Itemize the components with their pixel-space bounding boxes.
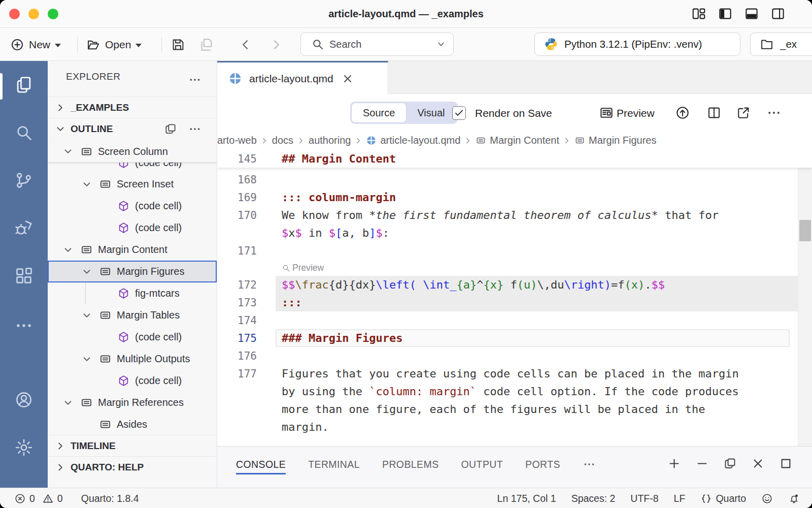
save-button[interactable] <box>171 34 186 55</box>
status-indentation[interactable]: Spaces: 2 <box>571 493 616 504</box>
code-cell-icon <box>117 331 130 343</box>
more-icon[interactable] <box>14 316 33 335</box>
status-quarto-version[interactable]: Quarto: 1.8.4 <box>81 493 139 504</box>
outline-item-screen-column[interactable]: Screen Column <box>48 141 217 163</box>
code-editor[interactable]: 145## Margin Content 168169::: column-ma… <box>217 150 812 446</box>
outline-item-margin-figures[interactable]: Margin Figures <box>48 261 217 282</box>
settings-icon[interactable] <box>14 438 33 457</box>
code-line-169: 169::: column-margin <box>217 188 798 206</box>
sidebar-section-outline[interactable]: OUTLINE <box>48 118 217 139</box>
status-language-mode[interactable]: Quarto <box>700 493 746 504</box>
open-external-icon[interactable] <box>736 105 751 120</box>
breadcrumb-item[interactable]: Margin Figures <box>574 135 656 146</box>
split-panel-icon[interactable] <box>723 457 737 470</box>
outline-item-asides[interactable]: Asides <box>48 414 217 435</box>
render-on-save-checkbox[interactable] <box>452 106 466 120</box>
chevron-down-icon[interactable] <box>81 354 92 365</box>
panel-tab-terminal[interactable]: TERMINAL <box>308 456 360 473</box>
outline-item-margin-references[interactable]: Margin References <box>48 392 217 414</box>
status-encoding[interactable]: UTF-8 <box>630 493 658 504</box>
open-button[interactable]: Open <box>86 34 142 55</box>
more-actions-icon[interactable] <box>188 122 201 136</box>
outline-item--code-cell-[interactable]: (code cell) <box>48 326 217 348</box>
split-editor-icon[interactable] <box>706 105 722 120</box>
new-button[interactable]: New <box>10 34 61 55</box>
breadcrumb-item[interactable]: authoring <box>309 135 351 146</box>
global-search-box[interactable]: Search <box>300 33 454 56</box>
status-notifications[interactable] <box>788 493 800 504</box>
more-actions-icon[interactable] <box>766 105 782 120</box>
render-document-icon[interactable] <box>675 105 690 120</box>
section-icon <box>99 418 112 431</box>
close-panel-icon[interactable] <box>751 457 765 470</box>
outline-item--code-cell-[interactable]: (code cell) <box>48 195 217 217</box>
status-bar: 00Quarto: 1.8.4 Ln 175, Col 1Spaces: 2UT… <box>0 488 812 508</box>
customize-layout-icon[interactable] <box>691 6 706 21</box>
breadcrumb-item[interactable]: arto-web <box>217 135 257 146</box>
outline-item--code-cell-[interactable]: (code cell) <box>48 370 217 392</box>
outline-item-margin-content[interactable]: Margin Content <box>48 239 217 261</box>
plus-icon[interactable] <box>667 457 681 470</box>
status-cursor-position[interactable]: Ln 175, Col 1 <box>497 493 556 504</box>
outline-item--code-cell-[interactable]: (code cell) <box>48 217 217 239</box>
scrollbar-thumb[interactable] <box>799 220 811 241</box>
sidebar-section-examples[interactable]: _EXAMPLES <box>48 97 217 118</box>
outline-item-screen-inset[interactable]: Screen Inset <box>48 173 217 195</box>
chevron-down-icon[interactable] <box>62 244 74 256</box>
status-problems-errors[interactable]: 0 <box>14 493 35 504</box>
outline-item-fig-mtcars[interactable]: fig-mtcars <box>48 282 217 304</box>
explorer-icon[interactable] <box>14 75 33 94</box>
account-icon[interactable] <box>14 390 33 409</box>
chevron-down-icon[interactable] <box>62 397 74 408</box>
interpreter-selector-button[interactable]: Python 3.12.1 (PipEnv: .venv) <box>534 33 740 56</box>
chevron-down-icon[interactable] <box>81 179 92 190</box>
editor-tab-article-layout[interactable]: article-layout.qmd <box>217 61 388 94</box>
panel-more-tabs-icon[interactable] <box>583 458 596 471</box>
minimize-panel-icon[interactable] <box>695 457 709 470</box>
outline-item-margin-tables[interactable]: Margin Tables <box>48 304 217 326</box>
panel-tab-console[interactable]: CONSOLE <box>236 456 286 473</box>
preview-label[interactable]: Preview <box>617 107 655 119</box>
toggle-right-sidebar-icon[interactable] <box>770 6 786 21</box>
chevron-right-icon <box>269 38 283 52</box>
sidebar-section-quarto-help[interactable]: QUARTO: HELP <box>48 456 217 478</box>
outline-item-label: Margin Tables <box>117 309 180 321</box>
toggle-left-sidebar-icon[interactable] <box>718 6 733 21</box>
status-problems-warnings[interactable]: 0 <box>42 493 63 504</box>
navigate-back-button[interactable] <box>239 34 253 55</box>
breadcrumb-item[interactable]: docs <box>272 135 293 146</box>
search-icon[interactable] <box>14 123 33 142</box>
chevron-down-icon[interactable] <box>81 310 92 321</box>
sidebar-section-timeline[interactable]: TIMELINE <box>48 435 217 456</box>
editor-scrollbar[interactable] <box>798 150 812 446</box>
status-eol[interactable]: LF <box>674 493 686 504</box>
breadcrumb-item[interactable]: article-layout.qmd <box>366 135 460 146</box>
chevron-left-icon <box>239 38 253 52</box>
chevron-down-icon <box>55 123 66 135</box>
outline-item-multiple-outputs[interactable]: Multiple Outputs <box>48 348 217 370</box>
workspace-button[interactable]: _ex <box>750 33 812 56</box>
extensions-icon[interactable] <box>14 266 33 285</box>
chevron-down-icon[interactable] <box>81 266 92 277</box>
collapse-all-icon[interactable] <box>164 122 177 136</box>
close-tab-icon[interactable] <box>342 73 354 85</box>
panel-tab-ports[interactable]: PORTS <box>525 456 560 473</box>
run-debug-icon[interactable] <box>14 218 33 238</box>
maximize-panel-icon[interactable] <box>779 457 793 470</box>
preview-icon[interactable] <box>599 105 614 120</box>
visual-mode-button[interactable]: Visual <box>406 103 456 122</box>
navigate-forward-button[interactable] <box>269 34 283 55</box>
chevron-down-icon[interactable] <box>62 146 74 157</box>
panel-tab-problems[interactable]: PROBLEMS <box>382 456 439 473</box>
save-all-button[interactable] <box>199 34 214 55</box>
source-control-icon[interactable] <box>14 171 33 190</box>
codelens-preview[interactable]: Preview <box>217 260 798 276</box>
more-actions-icon[interactable] <box>188 73 201 86</box>
sticky-scroll-line[interactable]: 145## Margin Content <box>217 150 812 168</box>
status-feedback[interactable] <box>761 493 773 504</box>
breadcrumb-item[interactable]: Margin Content <box>476 135 559 146</box>
caret-down-icon <box>55 44 61 47</box>
source-mode-button[interactable]: Source <box>352 103 406 122</box>
panel-tab-output[interactable]: OUTPUT <box>461 456 503 473</box>
toggle-bottom-panel-icon[interactable] <box>744 6 759 21</box>
